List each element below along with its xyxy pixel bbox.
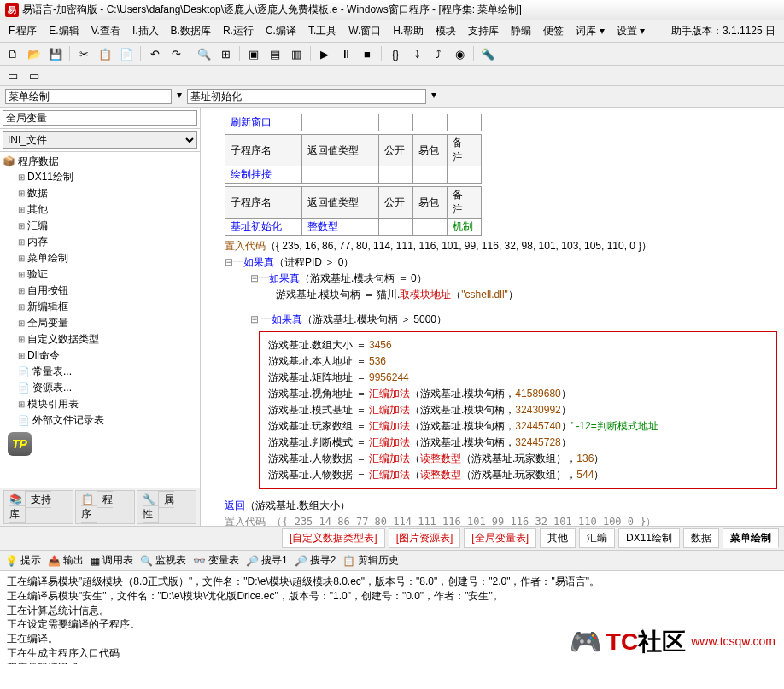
tool-tab[interactable]: 📋 剪辑历史	[342, 553, 399, 568]
pause-button[interactable]: ⏸	[336, 44, 355, 63]
menu-bar: F.程序 E.编辑 V.查看 I.插入 B.数据库 R.运行 C.编译 T.工具…	[0, 20, 784, 43]
menu-item[interactable]: I.插入	[127, 22, 164, 40]
layout1-button[interactable]: ▣	[244, 44, 263, 63]
tool-tab[interactable]: 🔍 监视表	[140, 553, 186, 568]
highlighted-block: 游戏基址.数组大小 ＝ 3456 游戏基址.本人地址 ＝ 536 游戏基址.矩阵…	[259, 331, 777, 489]
combo-row: ▾ ▾	[0, 86, 784, 108]
search-tool-button[interactable]: 🔦	[478, 44, 497, 63]
tp-icon: TP	[8, 432, 197, 456]
tree-item[interactable]: 菜单绘制	[3, 250, 197, 266]
tree-item[interactable]: 常量表...	[3, 364, 197, 380]
menu-item[interactable]: F.程序	[3, 22, 42, 40]
tree-item[interactable]: 内存	[3, 234, 197, 250]
tree-item[interactable]: DX11绘制	[3, 169, 197, 185]
tree-item[interactable]: 模块引用表	[3, 396, 197, 412]
layout2-button[interactable]: ▤	[266, 44, 284, 63]
editor-tab[interactable]: [全局变量表]	[464, 528, 536, 548]
redo-button[interactable]: ↷	[167, 44, 185, 63]
tool-tab[interactable]: 👓 变量表	[193, 553, 239, 568]
menu-item[interactable]: 模块	[430, 22, 461, 40]
menu-item[interactable]: C.编译	[260, 22, 301, 40]
table-sub1: 子程序名返回值类型公开易包备 注 绘制挂接	[225, 134, 482, 184]
new-button[interactable]: 🗋	[3, 44, 22, 63]
editor-tab[interactable]: [自定义数据类型表]	[282, 528, 385, 548]
output-panel: 正在编译易模块"超级模块（8.0正式版）"，文件名："D:\e\模块\超级模块8…	[0, 570, 784, 664]
window-title: 易语言-加密狗版 - C:\Users\dafang\Desktop\逐鹿人\逐…	[22, 3, 522, 17]
output-line: 正在编译易模块"超级模块（8.0正式版）"，文件名："D:\e\模块\超级模块8…	[7, 575, 777, 589]
sidebar-tab[interactable]: 🔧 属性	[137, 490, 196, 524]
tool-tab[interactable]: ▦ 调用表	[91, 553, 133, 568]
copy-button[interactable]: 📋	[96, 44, 114, 63]
dropdown-icon[interactable]: ▾	[177, 89, 182, 104]
step2-button[interactable]: ⤵	[407, 44, 426, 63]
editor-tab[interactable]: DX11绘制	[618, 528, 680, 548]
cut-button[interactable]: ✂	[74, 44, 93, 63]
version-label: 助手版本：3.1.1125 日	[666, 22, 781, 40]
stop-button[interactable]: ■	[358, 44, 377, 63]
widget-button[interactable]: ▭	[25, 67, 44, 85]
layout3-button[interactable]: ▥	[287, 44, 306, 63]
menu-item[interactable]: V.查看	[86, 22, 126, 40]
sidebar-combo[interactable]	[3, 110, 197, 126]
menu-item[interactable]: 设置 ▾	[611, 22, 650, 40]
tree-item[interactable]: Dll命令	[3, 347, 197, 364]
pubg-icon: 🎮	[570, 624, 601, 660]
tree-root-label: 程序数据	[18, 155, 59, 167]
toolbar-2: ▭ ▭	[0, 66, 784, 86]
menu-item[interactable]: 静编	[506, 22, 536, 40]
tree-view[interactable]: 📦 程序数据 DX11绘制 数据 其他 汇编 内存 菜单绘制 验证 自用按钮 新…	[0, 152, 200, 488]
menu-item[interactable]: B.数据库	[166, 22, 216, 40]
find-button[interactable]: 🔍	[195, 44, 214, 63]
sidebar-select[interactable]: INI_文件	[3, 131, 197, 149]
menu-item[interactable]: R.运行	[218, 22, 259, 40]
menu-item[interactable]: 便签	[538, 22, 569, 40]
title-bar: 易 易语言-加密狗版 - C:\Users\dafang\Desktop\逐鹿人…	[0, 0, 784, 20]
sidebar-tab[interactable]: 📋 程序	[75, 490, 135, 524]
tool-button[interactable]: ⊞	[216, 44, 235, 63]
undo-button[interactable]: ↶	[145, 44, 164, 63]
tree-item[interactable]: 自用按钮	[3, 283, 197, 299]
tool-tabs: 💡 提示 📤 输出 ▦ 调用表 🔍 监视表 👓 变量表 🔎 搜寻1 🔎 搜寻2 …	[0, 550, 784, 570]
tree-item[interactable]: 验证	[3, 266, 197, 283]
open-button[interactable]: 📂	[25, 44, 44, 63]
function-combo[interactable]	[187, 89, 426, 104]
tool-tab[interactable]: 💡 提示	[5, 553, 41, 568]
output-line: 程序代码编译成功	[7, 661, 777, 664]
tree-item[interactable]: 其他	[3, 201, 197, 218]
dropdown-icon[interactable]: ▾	[431, 89, 436, 104]
menu-item[interactable]: E.编辑	[44, 22, 84, 40]
editor-tab-active[interactable]: 菜单绘制	[723, 528, 779, 548]
step3-button[interactable]: ⤴	[429, 44, 448, 63]
sidebar-tab[interactable]: 📚 支持库	[3, 490, 73, 524]
tree-item[interactable]: 资源表...	[3, 380, 197, 396]
tree-item[interactable]: 数据	[3, 185, 197, 201]
paste-button[interactable]: 📄	[117, 44, 136, 63]
output-line: 正在计算总统计信息。	[7, 604, 777, 618]
menu-item[interactable]: 词库 ▾	[570, 22, 609, 40]
tool-tab[interactable]: 📤 输出	[48, 553, 84, 568]
output-line: 正在编译易模块"安生"，文件名："D:\e\模块\优化版Drice.ec"，版本…	[7, 589, 777, 604]
editor-tab[interactable]: 其他	[540, 528, 576, 548]
tool-tab[interactable]: 🔎 搜寻1	[246, 553, 288, 568]
menu-item[interactable]: 支持库	[463, 22, 504, 40]
editor-tab[interactable]: [图片资源表]	[389, 528, 461, 548]
code-editor[interactable]: 刷新窗口 子程序名返回值类型公开易包备 注 绘制挂接 子程序名返回值类型公开易包…	[201, 108, 784, 526]
menu-item[interactable]: T.工具	[303, 22, 342, 40]
tree-item[interactable]: 外部文件记录表	[3, 412, 197, 429]
editor-tabs: [自定义数据类型表] [图片资源表] [全局变量表] 其他 汇编 DX11绘制 …	[0, 526, 784, 550]
editor-tab[interactable]: 数据	[683, 528, 719, 548]
run-button[interactable]: ▶	[315, 44, 334, 63]
tree-item[interactable]: 自定义数据类型	[3, 331, 197, 347]
step-button[interactable]: {}	[386, 44, 405, 63]
tree-item[interactable]: 新编辑框	[3, 299, 197, 315]
editor-tab[interactable]: 汇编	[579, 528, 615, 548]
menu-item[interactable]: H.帮助	[388, 22, 429, 40]
save-button[interactable]: 💾	[46, 44, 65, 63]
breakpoint-button[interactable]: ◉	[450, 44, 469, 63]
widget-button[interactable]: ▭	[3, 67, 22, 85]
scope-combo[interactable]	[5, 89, 172, 104]
tree-item[interactable]: 汇编	[3, 218, 197, 234]
tool-tab[interactable]: 🔎 搜寻2	[295, 553, 336, 568]
tree-item[interactable]: 全局变量	[3, 315, 197, 331]
menu-item[interactable]: W.窗口	[343, 22, 386, 40]
